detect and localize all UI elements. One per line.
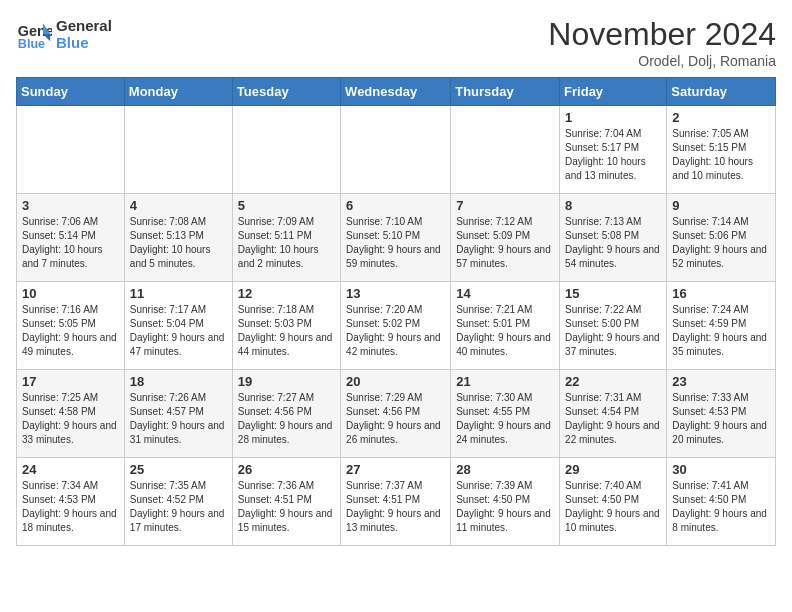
- day-info-line: Sunrise: 7:27 AM: [238, 391, 335, 405]
- day-info-line: Daylight: 9 hours and 20 minutes.: [672, 419, 770, 447]
- day-cell: 6Sunrise: 7:10 AMSunset: 5:10 PMDaylight…: [341, 194, 451, 282]
- day-number: 18: [130, 374, 227, 389]
- day-number: 11: [130, 286, 227, 301]
- day-info-line: Sunset: 5:00 PM: [565, 317, 661, 331]
- day-number: 15: [565, 286, 661, 301]
- day-number: 2: [672, 110, 770, 125]
- day-info-line: Sunset: 5:10 PM: [346, 229, 445, 243]
- day-number: 30: [672, 462, 770, 477]
- day-number: 3: [22, 198, 119, 213]
- day-info-line: Sunrise: 7:33 AM: [672, 391, 770, 405]
- day-info-line: Daylight: 9 hours and 26 minutes.: [346, 419, 445, 447]
- day-info-line: Sunrise: 7:36 AM: [238, 479, 335, 493]
- weekday-header-saturday: Saturday: [667, 78, 776, 106]
- day-cell: 29Sunrise: 7:40 AMSunset: 4:50 PMDayligh…: [560, 458, 667, 546]
- day-cell: 11Sunrise: 7:17 AMSunset: 5:04 PMDayligh…: [124, 282, 232, 370]
- day-number: 22: [565, 374, 661, 389]
- day-info-line: Daylight: 9 hours and 15 minutes.: [238, 507, 335, 535]
- day-info-line: Sunrise: 7:20 AM: [346, 303, 445, 317]
- weekday-header-tuesday: Tuesday: [232, 78, 340, 106]
- day-cell: [451, 106, 560, 194]
- logo: General Blue General Blue: [16, 16, 112, 52]
- logo-icon: General Blue: [16, 16, 52, 52]
- day-info-line: Sunset: 4:50 PM: [456, 493, 554, 507]
- day-number: 5: [238, 198, 335, 213]
- day-info-line: Sunrise: 7:05 AM: [672, 127, 770, 141]
- day-cell: [341, 106, 451, 194]
- day-number: 1: [565, 110, 661, 125]
- day-info-line: Sunrise: 7:40 AM: [565, 479, 661, 493]
- day-info-line: Daylight: 9 hours and 49 minutes.: [22, 331, 119, 359]
- day-info-line: Daylight: 9 hours and 28 minutes.: [238, 419, 335, 447]
- week-row-1: 3Sunrise: 7:06 AMSunset: 5:14 PMDaylight…: [17, 194, 776, 282]
- day-info-line: Sunset: 4:57 PM: [130, 405, 227, 419]
- day-info-line: Daylight: 10 hours and 7 minutes.: [22, 243, 119, 271]
- weekday-header-wednesday: Wednesday: [341, 78, 451, 106]
- day-number: 28: [456, 462, 554, 477]
- day-info-line: Sunset: 4:53 PM: [672, 405, 770, 419]
- day-cell: 5Sunrise: 7:09 AMSunset: 5:11 PMDaylight…: [232, 194, 340, 282]
- day-cell: 20Sunrise: 7:29 AMSunset: 4:56 PMDayligh…: [341, 370, 451, 458]
- day-info-line: Sunrise: 7:04 AM: [565, 127, 661, 141]
- day-info-line: Daylight: 9 hours and 54 minutes.: [565, 243, 661, 271]
- logo-general: General: [56, 17, 112, 34]
- day-info-line: Sunset: 5:15 PM: [672, 141, 770, 155]
- day-cell: 14Sunrise: 7:21 AMSunset: 5:01 PMDayligh…: [451, 282, 560, 370]
- day-info-line: Sunset: 4:50 PM: [565, 493, 661, 507]
- day-number: 29: [565, 462, 661, 477]
- day-number: 8: [565, 198, 661, 213]
- day-info-line: Sunrise: 7:06 AM: [22, 215, 119, 229]
- day-info-line: Daylight: 9 hours and 24 minutes.: [456, 419, 554, 447]
- day-info-line: Daylight: 9 hours and 57 minutes.: [456, 243, 554, 271]
- day-info-line: Daylight: 9 hours and 44 minutes.: [238, 331, 335, 359]
- day-number: 14: [456, 286, 554, 301]
- page-header: General Blue General Blue November 2024 …: [16, 16, 776, 69]
- day-number: 16: [672, 286, 770, 301]
- day-cell: 23Sunrise: 7:33 AMSunset: 4:53 PMDayligh…: [667, 370, 776, 458]
- day-cell: 24Sunrise: 7:34 AMSunset: 4:53 PMDayligh…: [17, 458, 125, 546]
- day-cell: 21Sunrise: 7:30 AMSunset: 4:55 PMDayligh…: [451, 370, 560, 458]
- day-number: 7: [456, 198, 554, 213]
- day-number: 20: [346, 374, 445, 389]
- day-info-line: Sunrise: 7:18 AM: [238, 303, 335, 317]
- day-number: 12: [238, 286, 335, 301]
- day-info-line: Sunset: 5:02 PM: [346, 317, 445, 331]
- day-info-line: Daylight: 9 hours and 13 minutes.: [346, 507, 445, 535]
- day-cell: 7Sunrise: 7:12 AMSunset: 5:09 PMDaylight…: [451, 194, 560, 282]
- day-info-line: Sunrise: 7:13 AM: [565, 215, 661, 229]
- day-number: 13: [346, 286, 445, 301]
- day-cell: 8Sunrise: 7:13 AMSunset: 5:08 PMDaylight…: [560, 194, 667, 282]
- day-number: 24: [22, 462, 119, 477]
- day-number: 9: [672, 198, 770, 213]
- day-info-line: Sunrise: 7:31 AM: [565, 391, 661, 405]
- weekday-header-thursday: Thursday: [451, 78, 560, 106]
- day-cell: 25Sunrise: 7:35 AMSunset: 4:52 PMDayligh…: [124, 458, 232, 546]
- logo-blue: Blue: [56, 34, 112, 51]
- day-info-line: Daylight: 9 hours and 35 minutes.: [672, 331, 770, 359]
- day-info-line: Sunset: 5:14 PM: [22, 229, 119, 243]
- calendar-table: SundayMondayTuesdayWednesdayThursdayFrid…: [16, 77, 776, 546]
- week-row-4: 24Sunrise: 7:34 AMSunset: 4:53 PMDayligh…: [17, 458, 776, 546]
- day-cell: 28Sunrise: 7:39 AMSunset: 4:50 PMDayligh…: [451, 458, 560, 546]
- day-info-line: Sunrise: 7:26 AM: [130, 391, 227, 405]
- day-info-line: Sunset: 5:06 PM: [672, 229, 770, 243]
- day-number: 21: [456, 374, 554, 389]
- day-info-line: Sunrise: 7:09 AM: [238, 215, 335, 229]
- day-info-line: Daylight: 9 hours and 11 minutes.: [456, 507, 554, 535]
- day-cell: 15Sunrise: 7:22 AMSunset: 5:00 PMDayligh…: [560, 282, 667, 370]
- day-info-line: Sunrise: 7:12 AM: [456, 215, 554, 229]
- day-info-line: Daylight: 10 hours and 13 minutes.: [565, 155, 661, 183]
- day-info-line: Daylight: 9 hours and 22 minutes.: [565, 419, 661, 447]
- day-info-line: Sunset: 4:56 PM: [238, 405, 335, 419]
- location: Orodel, Dolj, Romania: [548, 53, 776, 69]
- day-cell: 3Sunrise: 7:06 AMSunset: 5:14 PMDaylight…: [17, 194, 125, 282]
- day-info-line: Sunrise: 7:10 AM: [346, 215, 445, 229]
- day-info-line: Daylight: 9 hours and 42 minutes.: [346, 331, 445, 359]
- day-info-line: Sunrise: 7:29 AM: [346, 391, 445, 405]
- day-info-line: Sunset: 5:13 PM: [130, 229, 227, 243]
- day-cell: 13Sunrise: 7:20 AMSunset: 5:02 PMDayligh…: [341, 282, 451, 370]
- weekday-header-friday: Friday: [560, 78, 667, 106]
- day-info-line: Sunrise: 7:16 AM: [22, 303, 119, 317]
- day-cell: 9Sunrise: 7:14 AMSunset: 5:06 PMDaylight…: [667, 194, 776, 282]
- day-info-line: Daylight: 9 hours and 40 minutes.: [456, 331, 554, 359]
